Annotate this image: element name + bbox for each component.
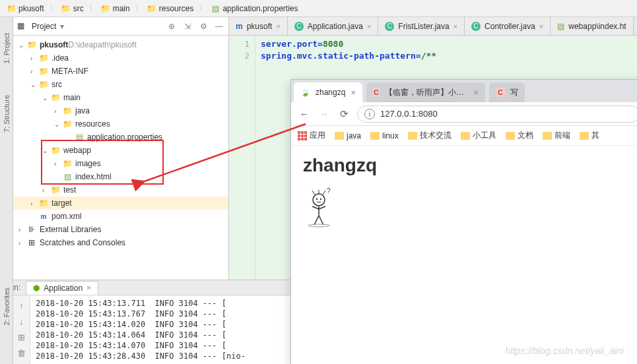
tree-node[interactable]: ›📁target — [13, 197, 228, 210]
bc-item[interactable]: 📁pkusoft — [3, 3, 48, 15]
down-button[interactable]: ↓ — [16, 314, 28, 328]
close-icon[interactable]: × — [351, 88, 356, 98]
tree-node[interactable]: ›📁META-INF — [13, 65, 228, 78]
tree-node[interactable]: ›⊞Scratches and Consoles — [13, 236, 228, 249]
svg-point-1 — [313, 194, 325, 206]
chevron-icon[interactable]: › — [42, 187, 50, 194]
forward-button[interactable]: → — [318, 107, 331, 121]
chevron-icon[interactable]: › — [18, 239, 26, 247]
page-title: zhangzq — [303, 155, 634, 176]
tree-node[interactable]: ›📁images — [13, 157, 228, 170]
breadcrumb: 📁pkusoft〉 📁src〉 📁main〉 📁resources〉 ▤appl… — [0, 0, 637, 17]
back-button[interactable]: ← — [298, 107, 311, 121]
bookmark-item[interactable]: 其 — [580, 130, 599, 141]
bookmark-item[interactable]: java — [335, 130, 361, 141]
chevron-icon[interactable]: › — [18, 226, 26, 233]
tree-node[interactable]: ›📁.idea — [13, 51, 228, 65]
properties-icon: ▤ — [211, 4, 220, 13]
layout-button[interactable]: ⊞ — [16, 330, 28, 344]
chevron-right-icon: 〉 — [50, 4, 56, 13]
chevron-icon[interactable]: › — [54, 160, 62, 167]
tree-node[interactable]: ▤application.properties — [13, 131, 228, 144]
bc-item[interactable]: 📁resources — [143, 3, 198, 15]
browser-tab-label: 写 — [510, 87, 518, 98]
folder-icon — [543, 132, 552, 140]
tree-node[interactable]: ›📁java — [13, 104, 228, 117]
close-icon[interactable]: × — [473, 88, 479, 98]
bookmark-item[interactable]: 小工具 — [461, 130, 496, 141]
chevron-icon[interactable]: › — [30, 68, 38, 75]
address-bar[interactable]: i 127.0.0.1:8080 — [357, 106, 637, 123]
sidebar-tab-favorites[interactable]: 2: Favorites — [1, 285, 12, 328]
up-button[interactable]: ↑ — [16, 298, 28, 313]
chevron-right-icon: 〉 — [135, 4, 142, 13]
bookmark-item[interactable]: 前端 — [543, 130, 570, 141]
project-title: Project — [32, 22, 56, 31]
svg-point-8 — [308, 224, 329, 227]
sidebar-tab-project[interactable]: 1: Project — [1, 30, 12, 66]
close-icon[interactable]: × — [367, 22, 371, 30]
tree-node[interactable]: mpom.xml — [13, 210, 228, 223]
tree-node[interactable]: ⌄📁main — [13, 91, 228, 104]
bookmarks-bar: 应用 javalinux技术交流小工具文档前端其 — [291, 126, 637, 146]
editor-tabs: m pkusoft×C Application.java×C FristList… — [229, 17, 637, 36]
chevron-icon[interactable]: ⌄ — [42, 94, 50, 102]
bookmark-item[interactable]: 文档 — [506, 130, 533, 141]
editor-tab[interactable]: C Controller.java× — [465, 17, 551, 35]
chevron-icon[interactable]: ⌄ — [18, 42, 26, 49]
apps-label: 应用 — [310, 130, 325, 141]
browser-tab[interactable]: C 写 — [489, 82, 525, 102]
tree-node[interactable]: ⌄📁resources — [13, 117, 228, 131]
editor-tab[interactable]: C FristLister.java× — [378, 17, 465, 35]
chevron-icon[interactable]: › — [54, 107, 62, 115]
project-tree[interactable]: ⌄📁pkusoft D:\ideapath\pkusoft›📁.idea›📁ME… — [13, 36, 228, 280]
locate-icon[interactable]: ⊕ — [166, 21, 177, 32]
browser-window: 🍃 zhangzq × C 【临窗，听雨声】小菜鸟 - CSDN × C 写 ←… — [290, 79, 637, 364]
svg-point-2 — [316, 198, 318, 200]
editor-tab[interactable]: C Application.java× — [288, 17, 379, 35]
chevron-icon[interactable]: ⌄ — [54, 121, 62, 128]
close-icon[interactable]: × — [539, 22, 543, 30]
tree-node[interactable]: ⌄📁pkusoft D:\ideapath\pkusoft — [13, 38, 228, 51]
browser-tab[interactable]: C 【临窗，听雨声】小菜鸟 - CSDN × — [366, 82, 485, 102]
tree-node[interactable]: ▤index.html — [13, 170, 228, 183]
bookmark-item[interactable]: linux — [370, 130, 399, 141]
tree-node[interactable]: ⌄📁src — [13, 78, 228, 91]
sidebar-tab-structure[interactable]: 7: Structure — [1, 92, 12, 135]
bookmark-item[interactable]: 技术交流 — [408, 130, 452, 141]
gear-icon[interactable]: ⚙ — [198, 21, 209, 32]
editor-tab[interactable]: ▤ webapp\index.ht — [551, 17, 633, 35]
page-image: ? — [303, 188, 335, 228]
folder-icon — [408, 132, 417, 140]
chevron-right-icon: 〉 — [199, 4, 205, 13]
info-icon[interactable]: i — [364, 109, 375, 119]
collapse-icon[interactable]: ⇲ — [182, 21, 193, 32]
chevron-icon[interactable]: ⌄ — [42, 147, 50, 154]
tree-node[interactable]: ›⊪External Libraries — [13, 223, 228, 236]
chevron-icon[interactable]: › — [30, 200, 38, 207]
browser-page: zhangzq ? — [291, 146, 637, 239]
chevron-icon[interactable]: › — [30, 55, 38, 62]
bc-item[interactable]: 📁main — [97, 3, 134, 15]
close-icon[interactable]: × — [276, 22, 280, 30]
bc-item[interactable]: ▤application.properties — [207, 3, 302, 15]
project-panel-header: ▦ Project ▾ ⊕ ⇲ ⚙ — — [13, 17, 228, 36]
browser-tab[interactable]: 🍃 zhangzq × — [294, 82, 362, 102]
module-icon: 📁 — [61, 4, 71, 13]
left-tool-strip-bottom: 2: Favorites — [0, 280, 13, 364]
tree-node[interactable]: ⌄📁webapp — [13, 144, 228, 157]
close-icon[interactable]: × — [453, 22, 457, 30]
chevron-icon[interactable]: ⌄ — [30, 81, 38, 88]
dropdown-icon[interactable]: ▾ — [60, 22, 64, 31]
bc-item[interactable]: 📁src — [57, 3, 88, 15]
favicon-c-icon: C — [373, 88, 380, 97]
apps-button[interactable]: 应用 — [298, 130, 325, 141]
trash-button[interactable]: 🗑 — [16, 346, 28, 360]
run-tab[interactable]: ⬢ Application × — [26, 281, 98, 295]
close-icon[interactable]: × — [86, 284, 91, 293]
hide-icon[interactable]: — — [214, 21, 224, 32]
reload-button[interactable]: ⟳ — [337, 107, 351, 121]
editor-tab[interactable]: m pkusoft× — [229, 17, 288, 35]
url-text: 127.0.0.1:8080 — [380, 109, 438, 119]
tree-node[interactable]: ›📁test — [13, 183, 228, 197]
